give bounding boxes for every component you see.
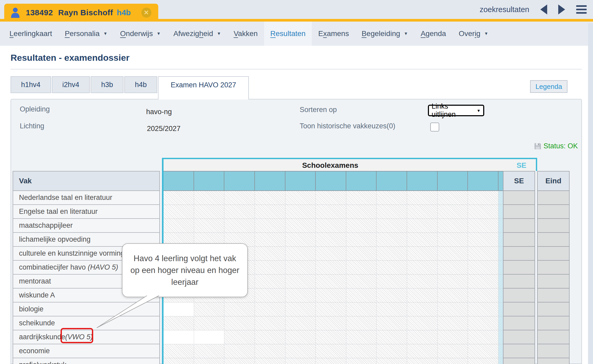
grade-column-header-cell <box>438 171 468 190</box>
grade-cell <box>316 344 346 358</box>
grade-cell <box>255 275 285 289</box>
chevron-down-icon: ▼ <box>404 31 408 36</box>
se-cell-economie <box>503 344 535 358</box>
search-results-label[interactable]: zoekresultaten <box>480 5 529 14</box>
next-result-icon[interactable] <box>558 4 565 14</box>
vak-cell-profielwerkstuk: profielwerkstuk <box>13 358 160 364</box>
previous-result-icon[interactable] <box>540 4 547 14</box>
lichting-value: 2025/2027 <box>147 125 181 133</box>
scrollbar[interactable] <box>588 23 593 364</box>
eind-cell-nederlands <box>538 191 569 205</box>
grade-row-maatschappijleer <box>164 219 498 233</box>
nav-item-afwezigheid[interactable]: Afwezigheid▼ <box>167 22 227 46</box>
nav-item-overig[interactable]: Overig▼ <box>452 22 495 46</box>
grade-cell <box>407 330 438 344</box>
grade-cell <box>468 344 498 358</box>
se-cell-engels <box>503 205 535 219</box>
grade-row-profielwerkstuk <box>164 358 498 364</box>
grade-cell <box>468 191 498 205</box>
eind-column <box>537 191 570 364</box>
historic-choices-checkbox[interactable] <box>430 123 439 132</box>
eind-cell-economie <box>538 344 569 358</box>
grade-cell <box>194 344 225 358</box>
student-tab[interactable]: 138492 Rayn Bischoff h4b ✕ <box>4 4 158 22</box>
grade-cell <box>407 275 438 289</box>
chevron-down-icon: ▼ <box>484 31 488 36</box>
grade-cell <box>346 344 377 358</box>
nav-item-personalia[interactable]: Personalia▼ <box>58 22 114 46</box>
nav-item-begeleiding[interactable]: Begeleiding▼ <box>355 22 414 46</box>
grade-cell <box>255 358 285 364</box>
grade-cell[interactable] <box>164 330 194 344</box>
grade-cell <box>407 205 438 219</box>
grade-column-headers <box>164 171 498 191</box>
nav-item-label: Examens <box>318 29 349 38</box>
grade-cell <box>224 302 255 316</box>
close-icon[interactable]: ✕ <box>141 8 151 18</box>
grade-cell <box>438 219 468 233</box>
sort-select[interactable]: Links uitlijnen ▼ <box>428 105 484 116</box>
row-strip <box>498 316 503 330</box>
eind-column-header: Eind <box>537 171 570 191</box>
vak-cell-maatschappijleer: maatschappijleer <box>13 219 160 233</box>
grade-cell <box>255 289 285 302</box>
dossier-tabs: h1hv4i2hv4h3bh4bExamen HAVO 2027 <box>11 76 250 100</box>
grade-cell <box>316 289 346 302</box>
grade-cell <box>438 261 468 275</box>
tab-h1hv4[interactable]: h1hv4 <box>11 76 51 93</box>
grade-cell <box>224 330 255 344</box>
tab-h3b[interactable]: h3b <box>91 76 123 93</box>
row-strip <box>498 261 503 275</box>
menu-icon[interactable] <box>576 5 587 14</box>
nav-item-label: Overig <box>459 29 481 38</box>
save-icon <box>534 143 541 150</box>
person-icon <box>11 7 20 18</box>
chevron-down-icon: ▼ <box>103 31 107 36</box>
grade-cell <box>224 358 255 364</box>
grade-cell <box>316 316 346 330</box>
grade-cell <box>468 302 498 316</box>
tab-h4b[interactable]: h4b <box>124 76 157 93</box>
grade-cell <box>468 261 498 275</box>
legend-button[interactable]: Legenda <box>530 80 567 93</box>
grade-cell <box>285 219 316 233</box>
nav-item-label: Vakken <box>234 29 258 38</box>
nav-item-vakken[interactable]: Vakken <box>227 22 264 46</box>
student-id: 138492 <box>26 8 53 17</box>
tooltip-tail <box>90 295 166 330</box>
grade-cell <box>255 261 285 275</box>
nav-item-agenda[interactable]: Agenda <box>414 22 452 46</box>
se-cell-ckv <box>503 247 535 261</box>
sort-select-value: Links uitlijnen <box>432 102 473 119</box>
grade-cell <box>407 302 438 316</box>
tab-active-examen[interactable]: Examen HAVO 2027 <box>158 76 249 99</box>
grade-cell <box>377 205 407 219</box>
tab-i2hv4[interactable]: i2hv4 <box>52 76 90 93</box>
grade-cell <box>285 275 316 289</box>
eind-cell-combinatiecijfer-havo <box>538 261 569 275</box>
nav-item-onderwijs[interactable]: Onderwijs▼ <box>114 22 167 46</box>
vak-column-header: Vak <box>13 171 160 191</box>
grade-cell[interactable] <box>164 302 194 316</box>
se-cell-scheikunde <box>503 316 535 330</box>
historic-choices-label: Toon historische vakkeuzes(0) <box>300 122 395 130</box>
grade-cell <box>438 191 468 205</box>
grade-cell <box>194 316 225 330</box>
grade-cell <box>438 233 468 247</box>
student-name: Rayn Bischoff <box>58 8 113 17</box>
title-divider <box>11 69 582 69</box>
grade-cell <box>316 191 346 205</box>
vak-cell-engels: Engelse taal en literatuur <box>13 205 160 219</box>
grade-cell <box>316 233 346 247</box>
grade-cell[interactable] <box>194 330 225 344</box>
nav-item-resultaten[interactable]: Resultaten <box>264 22 312 46</box>
grade-cell <box>438 247 468 261</box>
grade-cell <box>255 316 285 330</box>
nav-item-label: Personalia <box>65 29 100 38</box>
nav-item-examens[interactable]: Examens <box>312 22 355 46</box>
row-strip <box>498 289 503 302</box>
grade-cell <box>224 219 255 233</box>
opleiding-value: havo-ng <box>146 108 172 116</box>
grade-column-header-cell <box>285 171 316 190</box>
nav-item-leerlingkaart[interactable]: Leerlingkaart <box>3 22 58 46</box>
